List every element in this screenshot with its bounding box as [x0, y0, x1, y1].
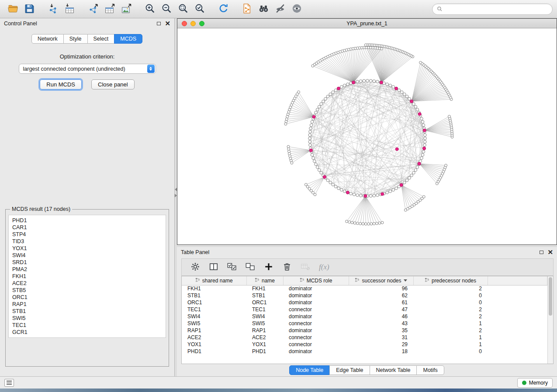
- import-network-button[interactable]: [45, 2, 61, 16]
- table-row[interactable]: TEC1TEC1connector472: [182, 306, 547, 313]
- add-icon: [264, 262, 273, 273]
- memory-button[interactable]: Memory: [517, 378, 553, 388]
- mcds-node-item[interactable]: GCR1: [12, 329, 162, 336]
- network-titlebar[interactable]: YPA_prune.txt_1: [177, 19, 557, 28]
- toolbar-group: [45, 2, 78, 16]
- show-columns-button[interactable]: [209, 262, 218, 273]
- panel-menu-button[interactable]: [4, 379, 14, 387]
- refresh-network-button[interactable]: [215, 2, 232, 16]
- mcds-node-item[interactable]: RAP1: [12, 301, 162, 308]
- run-mcds-button[interactable]: Run MCDS: [40, 79, 82, 89]
- column-header-shared-name[interactable]: shared name: [182, 276, 246, 285]
- column-header-predecessor-nodes[interactable]: predecessor nodes: [413, 276, 488, 285]
- mcds-node-item[interactable]: PHD1: [12, 217, 162, 224]
- table-row[interactable]: FKH1FKH1dominator962: [182, 285, 547, 292]
- clone-network-button[interactable]: [239, 2, 255, 16]
- main-area: Control Panel ✕ NetworkStyleSelectMCDS O…: [0, 18, 557, 376]
- add-button[interactable]: [264, 262, 273, 273]
- float-panel-icon[interactable]: [157, 22, 161, 25]
- float-table-panel-icon[interactable]: [540, 251, 543, 254]
- table-row[interactable]: YOX1YOX1connector291: [182, 341, 547, 348]
- mcds-node-item[interactable]: TID3: [12, 238, 162, 245]
- table-cell: 0: [413, 348, 488, 355]
- mcds-node-item[interactable]: ACE2: [12, 280, 162, 287]
- close-table-panel-icon[interactable]: ✕: [547, 250, 553, 254]
- delete-button[interactable]: [282, 262, 292, 273]
- search-box[interactable]: [432, 3, 553, 15]
- zoom-selected-button[interactable]: [191, 2, 208, 16]
- table-cell: 62: [349, 292, 413, 299]
- maximize-window-button[interactable]: [199, 21, 204, 26]
- tab-style[interactable]: Style: [63, 34, 88, 44]
- mcds-node-item[interactable]: PMA2: [12, 266, 162, 273]
- open-file-button[interactable]: [4, 2, 21, 16]
- close-panel-button[interactable]: Close panel: [91, 79, 135, 89]
- table-cell: SWI5: [182, 320, 246, 327]
- select-all-icon: [227, 262, 237, 273]
- mcds-node-item[interactable]: CAR1: [12, 224, 162, 231]
- export-image-button[interactable]: [118, 2, 135, 16]
- mcds-node-item[interactable]: SRD1: [12, 259, 162, 266]
- zoom-in-button[interactable]: [142, 2, 158, 16]
- scrollbar-thumb[interactable]: [549, 277, 552, 316]
- close-window-button[interactable]: [182, 21, 187, 26]
- minimize-window-button[interactable]: [190, 21, 196, 26]
- table-row[interactable]: SWI4SWI4dominator462: [182, 313, 547, 320]
- table-row[interactable]: STB1STB1dominator620: [182, 292, 547, 299]
- toolbar-group: [85, 2, 135, 16]
- mcds-node-item[interactable]: ORC1: [12, 294, 162, 301]
- table-row[interactable]: ACE2ACE2connector311: [182, 334, 547, 341]
- table-scrollbar[interactable]: [547, 276, 553, 364]
- collapse-left-icon[interactable]: [175, 188, 177, 191]
- tab-node-table[interactable]: Node Table: [289, 365, 330, 375]
- search-input[interactable]: [445, 6, 548, 12]
- mcds-node-item[interactable]: SWI4: [12, 252, 162, 259]
- close-panel-icon[interactable]: ✕: [165, 21, 170, 26]
- save-session-button[interactable]: [21, 2, 38, 16]
- table-row[interactable]: ORC1ORC1dominator610: [182, 299, 547, 306]
- show-graphics-button[interactable]: [288, 2, 305, 16]
- column-header-MCDS-role[interactable]: MCDS role: [283, 276, 349, 285]
- column-header-name[interactable]: name: [246, 276, 283, 285]
- tab-edge-table[interactable]: Edge Table: [329, 365, 370, 375]
- tab-network-table[interactable]: Network Table: [370, 365, 417, 375]
- table-cell: SWI4: [182, 313, 246, 320]
- collapse-right-icon[interactable]: [175, 194, 177, 197]
- export-table-button[interactable]: [101, 2, 118, 16]
- import-table-button[interactable]: [61, 2, 78, 16]
- mcds-node-item[interactable]: STB5: [12, 287, 162, 294]
- table-cell: ACE2: [182, 334, 246, 341]
- mcds-node-item[interactable]: YOX1: [12, 245, 162, 252]
- mcds-node-item[interactable]: STP4: [12, 231, 162, 238]
- find-button[interactable]: [255, 2, 272, 16]
- table-row[interactable]: SWI5SWI5connector431: [182, 320, 547, 327]
- table-cell: 2: [413, 327, 488, 334]
- column-header-successor-nodes[interactable]: successor nodes: [349, 276, 413, 285]
- hide-graphics-button[interactable]: [272, 2, 288, 16]
- table-row[interactable]: PHD1PHD1dominator180: [182, 348, 547, 355]
- table-row[interactable]: RAP1RAP1dominator352: [182, 327, 547, 334]
- mcds-result-list[interactable]: PHD1CAR1STP4TID3YOX1SWI4SRD1PMA2FKH1ACE2…: [8, 215, 166, 338]
- mcds-node-item[interactable]: TEC1: [12, 322, 162, 329]
- table-cell: STB1: [182, 292, 246, 299]
- mcds-node-item[interactable]: SWI5: [12, 315, 162, 322]
- toolbar-group: [142, 2, 208, 16]
- tab-network[interactable]: Network: [31, 34, 64, 44]
- network-canvas[interactable]: [177, 28, 557, 244]
- export-network-button[interactable]: [85, 2, 101, 16]
- tab-select[interactable]: Select: [87, 34, 115, 44]
- vertical-splitter[interactable]: [175, 18, 177, 376]
- application-window: Control Panel ✕ NetworkStyleSelectMCDS O…: [0, 0, 557, 392]
- deselect-all-button[interactable]: [246, 262, 255, 273]
- mcds-node-item[interactable]: STB1: [12, 308, 162, 315]
- zoom-fit-button[interactable]: [175, 2, 191, 16]
- mcds-node-item[interactable]: FKH1: [12, 273, 162, 280]
- zoom-out-button[interactable]: [158, 2, 175, 16]
- table-cell: SWI5: [246, 320, 283, 327]
- table-options-button[interactable]: [190, 262, 200, 273]
- tab-mcds[interactable]: MCDS: [114, 34, 142, 44]
- function-builder-icon[interactable]: f(x): [319, 263, 329, 272]
- select-all-button[interactable]: [227, 262, 237, 273]
- optimization-criterion-select[interactable]: largest connected component (undirected): [19, 64, 156, 74]
- tab-motifs[interactable]: Motifs: [416, 365, 444, 375]
